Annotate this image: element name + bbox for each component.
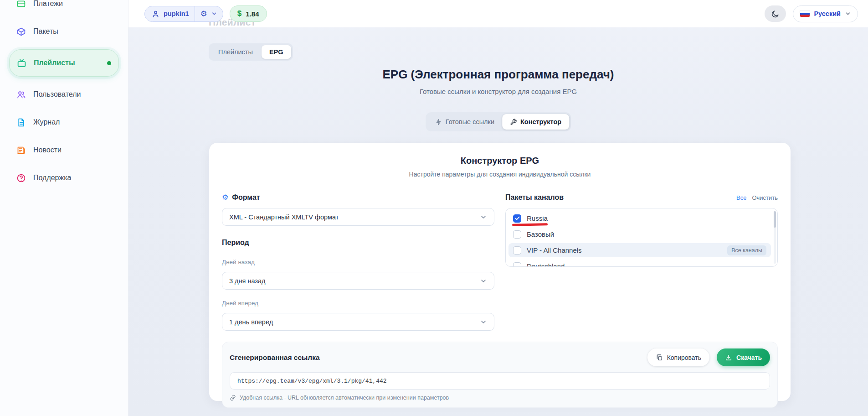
packages-label: Пакеты каналов xyxy=(505,193,564,202)
sidebar-item-news[interactable]: Новости xyxy=(9,140,119,160)
sidebar-item-label: Пакеты xyxy=(33,27,58,36)
sidebar-item-playlists[interactable]: Плейлисты xyxy=(9,49,119,77)
days-forward-value: 1 день вперед xyxy=(229,318,273,326)
sidebar-item-label: Плейлисты xyxy=(34,59,75,67)
page-tabs: Плейлисты EPG xyxy=(209,43,293,61)
topbar-right: Русский xyxy=(765,5,858,22)
package-row-basic[interactable]: Базовый xyxy=(508,227,771,241)
days-back-label: Дней назад xyxy=(222,259,494,265)
tab-playlists[interactable]: Плейлисты xyxy=(211,45,261,59)
tv-icon xyxy=(17,58,26,68)
format-label: Формат xyxy=(232,193,260,202)
download-button[interactable]: Скачать xyxy=(717,348,770,366)
generated-url-field[interactable]: https://epg.team/v3/epg/xml/3.1/pkg/41,4… xyxy=(230,372,770,390)
chevron-down-icon xyxy=(480,277,487,285)
days-forward-label: Дней вперед xyxy=(222,300,494,307)
format-select[interactable]: XML - Стандартный XMLTV формат xyxy=(222,208,494,226)
checkbox-unchecked[interactable] xyxy=(513,246,521,255)
clear-link[interactable]: Очистить xyxy=(752,194,778,201)
packages-header: Пакеты каналов Все Очистить xyxy=(505,193,778,202)
user-icon xyxy=(151,10,160,18)
mode-switcher: Готовые ссылки Конструктор xyxy=(426,112,571,131)
sidebar-item-packages[interactable]: Пакеты xyxy=(9,21,119,42)
page-title: EPG (Электронная программа передач) xyxy=(128,68,868,82)
page-header: EPG (Электронная программа передач) Гото… xyxy=(128,68,868,95)
tab-epg[interactable]: EPG xyxy=(262,45,291,59)
newspaper-icon xyxy=(16,146,26,155)
checkbox-unchecked[interactable] xyxy=(513,262,521,267)
language-selector[interactable]: Русский xyxy=(793,5,858,22)
sidebar-item-label: Платежи xyxy=(33,0,63,8)
balance-amount: 1.84 xyxy=(246,10,259,18)
sidebar-item-users[interactable]: Пользователи xyxy=(9,84,119,104)
users-icon xyxy=(16,90,26,99)
mode-tab-constructor[interactable]: Конструктор xyxy=(502,114,569,130)
list-scrollbar[interactable] xyxy=(774,211,776,264)
days-back-select[interactable]: 3 дня назад xyxy=(222,272,494,290)
mode-tab-ready-links[interactable]: Готовые ссылки xyxy=(427,114,502,130)
download-icon xyxy=(725,354,732,361)
packages-links: Все Очистить xyxy=(736,194,778,201)
lightning-icon xyxy=(435,119,442,125)
package-name: Russia xyxy=(527,214,548,222)
format-header: ⚙ Формат xyxy=(222,193,494,202)
package-icon xyxy=(16,27,26,36)
mode-tab-label: Конструктор xyxy=(520,118,561,125)
link-icon xyxy=(230,395,236,401)
package-name: VIP - All Channels xyxy=(527,246,582,254)
copy-icon xyxy=(656,354,663,361)
constructor-card: Конструктор EPG Настройте параметры для … xyxy=(209,143,791,401)
generated-actions: Копировать Скачать xyxy=(647,348,770,366)
language-label: Русский xyxy=(814,10,841,17)
sidebar-item-payments[interactable]: Платежи xyxy=(9,0,119,14)
download-button-label: Скачать xyxy=(736,354,762,361)
sidebar-item-support[interactable]: Поддержка xyxy=(9,168,119,188)
card-title: Конструктор EPG xyxy=(222,156,778,166)
file-text-icon xyxy=(16,118,26,127)
format-value: XML - Стандартный XMLTV формат xyxy=(229,213,339,221)
package-row-vip[interactable]: VIP - All Channels Все каналы xyxy=(508,243,771,257)
red-underline-annotation xyxy=(512,223,548,226)
all-channels-badge: Все каналы xyxy=(727,245,766,255)
help-circle-icon xyxy=(16,173,26,183)
copy-button-label: Копировать xyxy=(667,354,701,361)
scrollbar-thumb[interactable] xyxy=(774,211,776,228)
sidebar-item-label: Поддержка xyxy=(33,174,71,182)
chevron-down-icon xyxy=(480,213,487,221)
content: Плейлисты EPG EPG (Электронная программа… xyxy=(128,27,868,416)
wrench-icon xyxy=(510,119,517,125)
checkbox-checked[interactable] xyxy=(513,214,521,223)
balance-button[interactable]: $ 1.84 xyxy=(230,5,267,22)
sidebar-item-journal[interactable]: Журнал xyxy=(9,112,119,132)
checkbox-unchecked[interactable] xyxy=(513,230,521,239)
package-row-russia[interactable]: Russia xyxy=(508,211,771,225)
app-root: Платежи Пакеты Плейлисты Пользовате xyxy=(0,0,868,416)
right-column: Пакеты каналов Все Очистить xyxy=(505,193,778,331)
generated-link-panel: Сгенерированная ссылка Копировать xyxy=(222,342,778,408)
generated-url: https://epg.team/v3/epg/xml/3.1/pkg/41,4… xyxy=(237,378,387,385)
package-name: Базовый xyxy=(527,230,554,238)
russia-flag-icon xyxy=(800,10,810,17)
dark-mode-toggle[interactable] xyxy=(765,5,786,22)
chip-divider xyxy=(195,6,195,22)
sidebar-nav: Платежи Пакеты Плейлисты Пользовате xyxy=(9,0,119,188)
credit-card-icon xyxy=(16,0,26,9)
days-back-value: 3 дня назад xyxy=(229,277,266,285)
package-row-deutschland[interactable]: Deutschland xyxy=(508,259,771,267)
select-all-link[interactable]: Все xyxy=(736,194,746,201)
sidebar: Платежи Пакеты Плейлисты Пользовате xyxy=(0,0,128,416)
gear-icon[interactable]: ⚙ xyxy=(200,9,207,19)
card-subtitle: Настройте параметры для создания индивид… xyxy=(222,171,778,178)
days-forward-select[interactable]: 1 день вперед xyxy=(222,313,494,331)
copy-button[interactable]: Копировать xyxy=(647,348,709,366)
user-menu[interactable]: pupkin1 ⚙ xyxy=(144,6,223,22)
chevron-down-icon xyxy=(845,10,851,17)
chevron-down-icon xyxy=(480,318,487,326)
active-dot xyxy=(107,61,111,65)
moon-icon xyxy=(771,10,780,18)
left-column: ⚙ Формат XML - Стандартный XMLTV формат … xyxy=(222,193,494,331)
packages-list: Russia Базовый VIP - All Channels Все к xyxy=(505,208,778,267)
card-header: Конструктор EPG Настройте параметры для … xyxy=(222,156,778,178)
url-note-text: Удобная ссылка - URL обновляется автомат… xyxy=(240,395,449,401)
period-label: Период xyxy=(222,239,494,247)
